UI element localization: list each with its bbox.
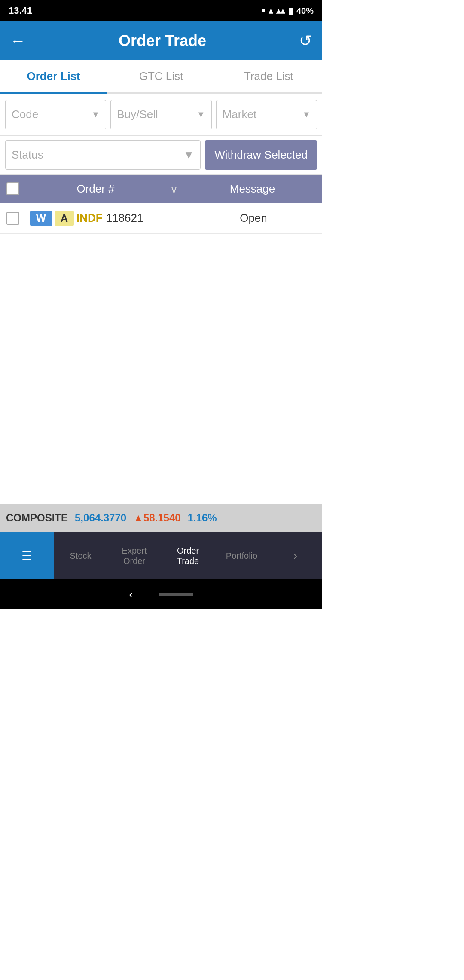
- nav-order-trade-label: OrderTrade: [177, 545, 199, 566]
- buysell-placeholder: Buy/Sell: [117, 108, 158, 121]
- header: ← Order Trade ↺: [0, 21, 322, 60]
- row-checkbox[interactable]: [6, 212, 19, 225]
- table-body: W A INDF 118621 Open: [0, 203, 322, 504]
- ticker-change: ▲58.1540: [133, 512, 181, 524]
- nav-more[interactable]: ›: [269, 532, 322, 579]
- nav-expert-order[interactable]: ExpertOrder: [107, 532, 161, 579]
- code-placeholder: Code: [12, 108, 38, 121]
- ticker-bar: COMPOSITE 5,064.3770 ▲58.1540 1.16%: [0, 504, 322, 532]
- signal-icon: ▴: [269, 6, 273, 16]
- row-checkbox-cell: [0, 212, 26, 225]
- header-v: v: [165, 182, 183, 196]
- status-time: 13.41: [9, 5, 32, 16]
- status-placeholder: Status: [12, 148, 43, 162]
- code-chevron: ▼: [92, 110, 100, 119]
- status-filter[interactable]: Status ▼: [5, 140, 201, 170]
- nav-portfolio[interactable]: Portfolio: [215, 532, 269, 579]
- nav-stock-label: Stock: [70, 551, 91, 561]
- ticker-pct: 1.16%: [188, 512, 217, 524]
- badge-w: W: [30, 211, 52, 226]
- nav-expert-label: ExpertOrder: [122, 545, 147, 566]
- home-pill[interactable]: [159, 593, 193, 596]
- stock-code: INDF: [76, 211, 103, 225]
- code-filter[interactable]: Code ▼: [5, 100, 106, 129]
- nav-menu[interactable]: ☰: [0, 532, 54, 579]
- buysell-chevron: ▼: [197, 110, 205, 119]
- table-header: Order # v Message: [0, 175, 322, 203]
- bottom-nav: ☰ Stock ExpertOrder OrderTrade Portfolio…: [0, 532, 322, 579]
- badge-a: A: [55, 211, 74, 226]
- filter-row-1: Code ▼ Buy/Sell ▼ Market ▼: [0, 94, 322, 136]
- action-row: Status ▼ Withdraw Selected: [0, 136, 322, 175]
- back-button[interactable]: ←: [10, 32, 26, 50]
- ticker-value: 5,064.3770: [75, 512, 126, 524]
- market-placeholder: Market: [223, 108, 256, 121]
- nav-stock[interactable]: Stock: [54, 532, 107, 579]
- order-message: Open: [185, 211, 322, 225]
- order-number: 118621: [106, 211, 143, 225]
- back-sys-button[interactable]: ‹: [129, 588, 133, 601]
- status-right: ▴ ▴▴ ▮ 40%: [262, 6, 314, 16]
- tab-bar: Order List GTC List Trade List: [0, 60, 322, 94]
- tab-order-list[interactable]: Order List: [0, 60, 107, 94]
- table-row[interactable]: W A INDF 118621 Open: [0, 203, 322, 234]
- battery-icon: ▮: [288, 6, 293, 16]
- header-message: Message: [183, 182, 322, 196]
- select-all-checkbox[interactable]: [6, 182, 19, 195]
- nav-portfolio-label: Portfolio: [226, 551, 257, 561]
- signal-dot: [262, 9, 265, 12]
- refresh-button[interactable]: ↺: [299, 32, 312, 50]
- hamburger-icon: ☰: [21, 549, 32, 563]
- status-bar: 13.41 ▴ ▴▴ ▮ 40%: [0, 0, 322, 21]
- market-chevron: ▼: [302, 110, 311, 119]
- network-icon: ▴▴: [276, 6, 285, 16]
- status-chevron: ▼: [183, 148, 195, 162]
- order-info: W A INDF 118621: [26, 211, 168, 226]
- market-filter[interactable]: Market ▼: [216, 100, 317, 129]
- buysell-filter[interactable]: Buy/Sell ▼: [110, 100, 211, 129]
- header-order-num: Order #: [26, 182, 165, 196]
- ticker-label: COMPOSITE: [6, 512, 68, 524]
- battery-pct: 40%: [296, 6, 314, 16]
- header-checkbox-cell: [0, 182, 26, 195]
- tab-gtc-list[interactable]: GTC List: [107, 60, 215, 92]
- page-title: Order Trade: [26, 32, 299, 50]
- tab-trade-list[interactable]: Trade List: [215, 60, 322, 92]
- arrow-right-icon: ›: [293, 549, 297, 563]
- sys-nav-bar: ‹: [0, 579, 322, 609]
- nav-order-trade[interactable]: OrderTrade: [161, 532, 215, 579]
- withdraw-selected-button[interactable]: Withdraw Selected: [205, 140, 317, 170]
